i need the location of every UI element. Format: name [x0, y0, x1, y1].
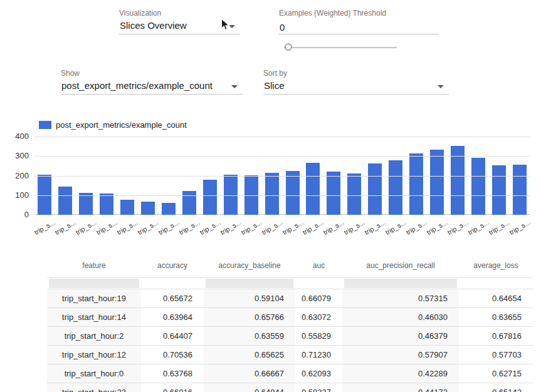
table-row: trip_start_hour:00.637680.666670.620930.… — [47, 364, 533, 383]
visualization-label: Visualization — [119, 9, 161, 18]
bar[interactable] — [100, 193, 113, 215]
bar[interactable] — [347, 173, 361, 215]
column-header[interactable]: feature — [47, 253, 141, 278]
metric-cell: 0.46030 — [342, 308, 459, 327]
metric-cell: 0.66079 — [295, 289, 342, 308]
y-axis: 0100200300400 — [0, 137, 29, 215]
table-row: trip_start_hour:140.639640.657660.630720… — [47, 308, 533, 327]
bar[interactable] — [492, 165, 506, 215]
x-tick-label: trip_s... — [384, 219, 407, 236]
bar[interactable] — [141, 202, 155, 215]
column-header[interactable]: accuracy — [141, 253, 204, 278]
bar[interactable] — [120, 200, 134, 215]
threshold-slider[interactable] — [284, 43, 397, 52]
y-tick-label: 100 — [0, 190, 29, 200]
legend-label: post_export_metrics/example_count — [56, 120, 187, 130]
slider-track[interactable] — [284, 47, 397, 48]
column-header[interactable]: average_loss — [459, 253, 533, 278]
filter-cell — [342, 278, 459, 289]
x-tick-label: trip_s... — [54, 219, 77, 236]
x-tick-label: trip_s... — [322, 219, 345, 236]
x-tick-label: trip_s... — [343, 219, 366, 236]
bar[interactable] — [513, 165, 527, 215]
bar[interactable] — [306, 163, 320, 215]
table-row: trip_start_hour:120.705360.656250.712300… — [47, 346, 533, 364]
sort-by-label: Sort by — [263, 69, 287, 78]
bar[interactable] — [368, 163, 382, 215]
feature-cell: trip_start_hour:2 — [47, 327, 141, 346]
metric-cell: 0.65766 — [204, 308, 295, 327]
bar[interactable] — [286, 171, 300, 215]
x-tick-label: trip_s... — [198, 219, 221, 236]
table-row: trip_start_hour:230.660160.648440.583370… — [47, 383, 533, 392]
metric-cell: 0.63768 — [141, 364, 204, 383]
sort-by-select[interactable]: Slice — [263, 78, 449, 95]
x-tick-label: trip_s... — [157, 219, 180, 236]
metric-cell: 0.63072 — [295, 308, 342, 327]
feature-cell: trip_start_hour:19 — [47, 289, 141, 308]
plot-area: trip_s...trip_s...trip_s...trip_s...trip… — [34, 137, 530, 215]
bar[interactable] — [430, 150, 444, 215]
x-tick-label: trip_s... — [75, 219, 98, 236]
chart-legend: post_export_metrics/example_count — [39, 120, 187, 130]
x-tick-label: trip_s... — [425, 219, 448, 236]
metric-cell: 0.57703 — [459, 346, 533, 364]
gridline — [34, 137, 530, 137]
x-tick-label: trip_s... — [177, 219, 201, 236]
metric-cell: 0.44173 — [342, 383, 459, 392]
bar[interactable] — [182, 191, 196, 215]
metric-cell: 0.64654 — [459, 289, 533, 308]
filter-cell — [141, 278, 204, 289]
bar[interactable] — [471, 158, 485, 215]
bar[interactable] — [79, 193, 93, 215]
bar[interactable] — [409, 153, 423, 215]
y-tick-label: 300 — [0, 151, 29, 160]
metric-cell: 0.65625 — [204, 346, 295, 364]
feature-cell: trip_start_hour:12 — [47, 346, 141, 364]
metric-cell: 0.70536 — [141, 346, 204, 364]
slider-thumb[interactable] — [285, 43, 292, 51]
bar[interactable] — [203, 180, 217, 215]
metric-cell: 0.55829 — [295, 327, 342, 346]
bar[interactable] — [389, 160, 402, 215]
metrics-table: featureaccuracyaccuracy_baselineaucauc_p… — [47, 253, 533, 392]
gridline — [34, 156, 530, 157]
slicing-metrics-browser: Visualization Slices Overview Examples (… — [0, 0, 541, 392]
x-tick-label: trip_s... — [466, 219, 490, 236]
dropdown-arrow-icon — [231, 85, 238, 88]
metric-cell: 0.66667 — [204, 364, 295, 383]
show-select[interactable]: post_export_metrics/example_count — [61, 78, 243, 95]
column-header[interactable]: accuracy_baseline — [204, 253, 295, 278]
metric-cell: 0.46379 — [342, 327, 459, 346]
x-tick-label: trip_s... — [508, 219, 531, 236]
x-tick-label: trip_s... — [404, 219, 428, 236]
y-tick-label: 0 — [0, 210, 29, 219]
bar[interactable] — [327, 172, 340, 215]
metric-cell: 0.42289 — [342, 364, 459, 383]
x-tick-label: trip_s... — [136, 219, 159, 236]
bar[interactable] — [162, 203, 176, 215]
threshold-input[interactable] — [279, 18, 439, 34]
sort-by-value: Slice — [264, 80, 285, 91]
gridline — [34, 195, 530, 196]
filter-cell — [295, 278, 342, 289]
x-tick-label: trip_s... — [116, 219, 139, 236]
show-value: post_export_metrics/example_count — [61, 80, 213, 91]
feature-cell: trip_start_hour:14 — [47, 308, 141, 327]
table-filter-row — [47, 278, 533, 289]
feature-cell: trip_start_hour:23 — [47, 383, 141, 392]
column-header[interactable]: auc — [295, 253, 342, 278]
metric-cell: 0.57907 — [342, 346, 459, 364]
column-header[interactable]: auc_precision_recall — [342, 253, 459, 278]
legend-swatch — [39, 121, 51, 129]
x-tick-label: trip_s... — [219, 219, 242, 236]
y-tick-label: 200 — [0, 171, 29, 180]
gridline — [34, 176, 530, 177]
metric-cell: 0.71230 — [295, 346, 342, 364]
visualization-value: Slices Overview — [120, 20, 187, 31]
bar[interactable] — [58, 187, 72, 215]
metric-cell: 0.65672 — [141, 289, 204, 308]
bar[interactable] — [265, 173, 279, 215]
metric-cell: 0.63559 — [204, 327, 295, 346]
metric-cell: 0.62093 — [295, 364, 342, 383]
